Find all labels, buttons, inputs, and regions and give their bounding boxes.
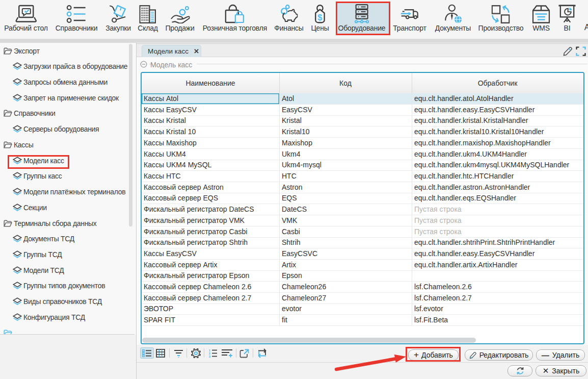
svg-text:3: 3 xyxy=(209,355,211,358)
svg-text:$: $ xyxy=(317,13,322,22)
